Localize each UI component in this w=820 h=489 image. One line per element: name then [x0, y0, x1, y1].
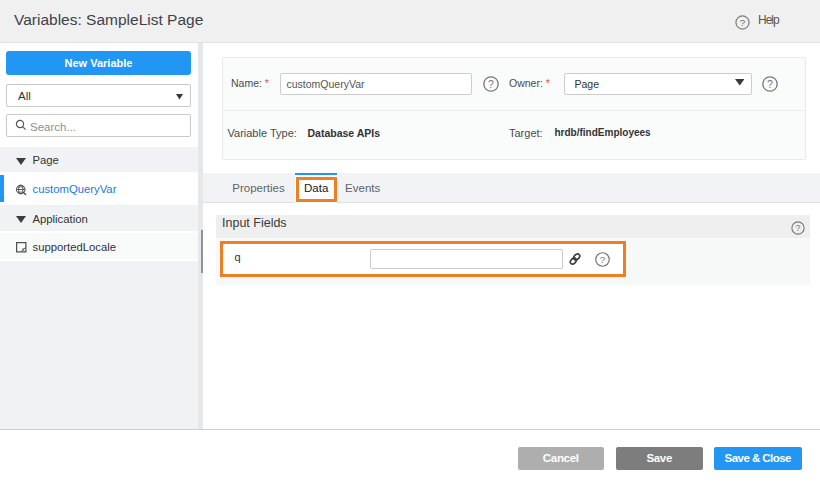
svg-text:?: ?: [796, 223, 801, 233]
svg-text:?: ?: [600, 254, 606, 265]
svg-text:?: ?: [740, 16, 746, 27]
svg-text:?: ?: [488, 78, 494, 90]
svg-text:?: ?: [767, 78, 773, 90]
